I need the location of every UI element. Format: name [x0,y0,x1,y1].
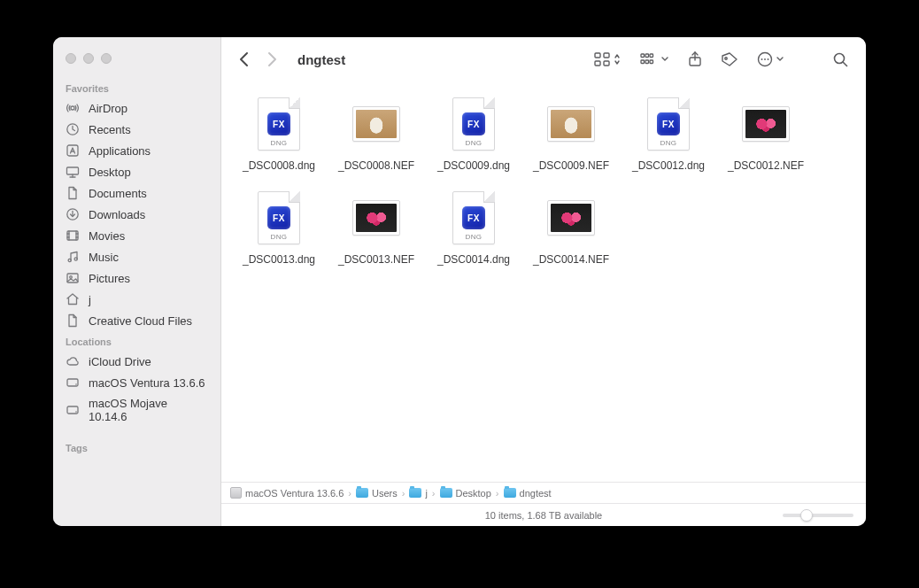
sidebar-item-fav-9[interactable]: j [53,289,220,310]
svg-rect-12 [67,406,78,414]
svg-point-6 [68,259,71,261]
movies-icon [66,228,80,243]
path-label: Desktop [456,488,491,499]
sidebar-item-label: Documents [89,187,147,200]
sidebar-item-label: j [89,293,91,306]
path-segment[interactable]: dngtest [504,488,552,499]
file-item[interactable]: _DSC0013.NEF [328,184,425,278]
file-ext-label: DNG [466,233,483,241]
path-segment[interactable]: Desktop [440,488,491,499]
dng-file-icon: FX DNG [258,191,300,244]
main-area: dngtest [221,37,866,526]
path-segment[interactable]: macOS Ventura 13.6.6 [230,487,344,499]
zoom-button[interactable] [101,53,112,64]
file-item[interactable]: FX DNG _DSC0013.dng [230,184,328,278]
share-button[interactable] [683,47,707,72]
fx-badge: FX [462,112,485,135]
file-item[interactable]: FX DNG _DSC0008.dng [230,90,328,184]
chevron-right-icon: › [432,488,436,499]
action-menu-button[interactable] [752,47,789,72]
sidebar-item-fav-6[interactable]: Movies [53,225,220,246]
folder-icon [356,488,368,498]
close-button[interactable] [66,53,76,64]
sidebar-item-loc-1[interactable]: macOS Ventura 13.6.6 [53,372,220,393]
sidebar-item-label: Creative Cloud Files [89,314,192,328]
sidebar-item-label: macOS Mojave 10.14.6 [89,397,208,423]
file-name-label: _DSC0013.NEF [338,253,414,266]
applications-icon [66,143,80,158]
back-button[interactable] [234,47,253,72]
file-name-label: _DSC0008.dng [243,159,315,172]
sidebar-item-label: AirDrop [89,102,127,115]
sidebar-item-fav-2[interactable]: Applications [53,140,220,161]
file-item[interactable]: _DSC0014.NEF [522,184,620,278]
sidebar-item-loc-0[interactable]: iCloud Drive [53,351,220,372]
svg-point-7 [74,258,77,260]
search-button[interactable] [828,47,853,72]
sidebar-item-fav-3[interactable]: Desktop [53,161,220,182]
svg-rect-14 [595,53,600,58]
status-text: 10 items, 1.68 TB available [485,510,602,521]
path-bar: macOS Ventura 13.6.6›Users›j›Desktop›dng… [221,482,866,503]
file-item[interactable]: FX DNG _DSC0014.dng [425,184,522,278]
locations-heading: Locations [53,331,220,351]
sidebar-item-label: Applications [89,144,151,158]
tags-button[interactable] [716,47,743,72]
svg-rect-23 [650,60,653,64]
minimize-button[interactable] [83,53,94,64]
svg-rect-3 [67,167,79,174]
svg-point-29 [768,58,769,60]
path-label: dngtest [520,488,552,499]
sidebar-item-fav-0[interactable]: AirDrop [53,97,220,119]
fx-badge: FX [267,112,290,135]
sidebar-item-label: Desktop [89,166,131,179]
file-name-label: _DSC0012.dng [632,159,705,172]
forward-button[interactable] [262,47,282,72]
dng-file-icon: FX DNG [452,191,495,244]
file-item[interactable]: _DSC0008.NEF [328,90,425,184]
folder-icon [440,488,452,498]
folder-icon [409,488,421,498]
disk-icon [230,487,242,499]
file-name-label: _DSC0009.dng [437,159,510,172]
home-icon [66,292,80,306]
sidebar-item-fav-1[interactable]: Recents [53,119,220,140]
sidebar-item-fav-7[interactable]: Music [53,246,220,267]
sidebar-item-label: Recents [89,123,131,136]
view-icon-mode-button[interactable] [589,47,626,72]
file-item[interactable]: FX DNG _DSC0012.dng [620,90,717,184]
group-by-button[interactable] [635,47,674,72]
fx-badge: FX [462,206,485,229]
file-name-label: _DSC0008.NEF [338,159,414,172]
sidebar-item-fav-4[interactable]: Documents [53,182,220,204]
airdrop-icon [66,101,80,115]
chevron-right-icon: › [348,488,351,499]
path-segment[interactable]: Users [356,488,398,499]
photo-thumbnail [352,106,400,142]
sidebar-item-label: Pictures [89,272,130,285]
path-segment[interactable]: j [409,488,427,499]
sidebar-item-fav-8[interactable]: Pictures [53,267,220,289]
file-item[interactable]: _DSC0009.NEF [522,90,620,184]
sidebar-item-fav-5[interactable]: Downloads [53,204,220,225]
documents-icon [66,186,80,200]
slider-knob[interactable] [800,509,813,522]
file-name-label: _DSC0013.dng [243,253,315,266]
sidebar-item-fav-10[interactable]: Creative Cloud Files [53,310,220,331]
file-item[interactable]: _DSC0012.NEF [717,90,815,184]
file-ext-label: DNG [271,233,288,241]
window-controls [53,48,220,78]
photo-thumbnail [547,200,595,236]
downloads-icon [66,207,80,221]
chevron-right-icon: › [402,488,405,499]
file-item[interactable]: FX DNG _DSC0009.dng [425,90,522,184]
svg-rect-19 [645,54,649,58]
svg-point-28 [764,58,766,60]
folder-icon [504,488,516,498]
status-bar: 10 items, 1.68 TB available [221,503,866,526]
file-ext-label: DNG [271,139,288,147]
finder-window: Favorites AirDropRecentsApplicationsDesk… [53,37,866,526]
icon-size-slider[interactable] [783,514,853,517]
sidebar-item-loc-2[interactable]: macOS Mojave 10.14.6 [53,393,220,427]
svg-point-25 [725,58,727,59]
